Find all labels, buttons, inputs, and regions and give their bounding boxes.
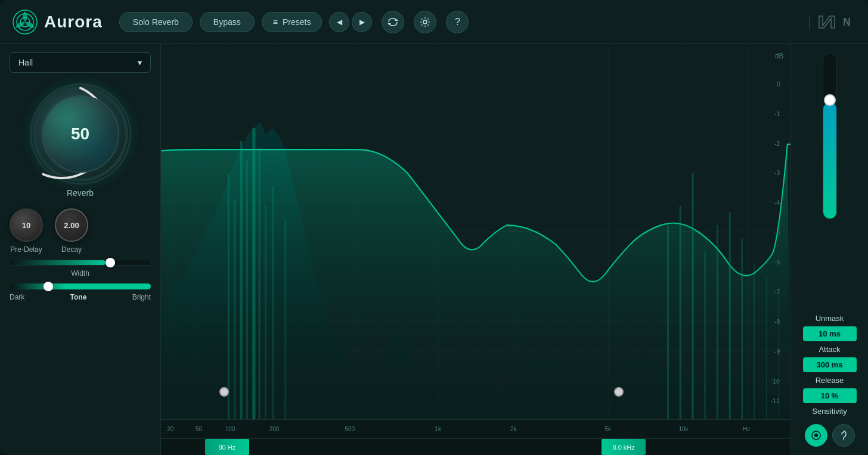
presets-label: Presets — [283, 17, 311, 27]
freq-2khz: 2k — [510, 426, 517, 432]
reverb-knob-container: 50 Reverb — [10, 83, 151, 198]
low-freq-band[interactable]: 80 Hz — [205, 439, 249, 455]
freq-1khz: 1k — [435, 426, 441, 432]
svg-rect-47 — [766, 277, 767, 419]
settings-button[interactable] — [414, 11, 436, 33]
tone-dark-label: Dark — [10, 293, 24, 301]
ni-logo-area: N — [809, 15, 856, 29]
svg-text:-4: -4 — [774, 199, 780, 206]
svg-rect-31 — [234, 200, 235, 419]
width-thumb[interactable] — [106, 258, 115, 267]
svg-rect-44 — [728, 212, 730, 419]
width-group: Width — [10, 260, 151, 278]
next-button[interactable]: ▶ — [352, 12, 372, 32]
left-panel: Hall ▾ 50 Reverb — [0, 44, 161, 455]
pre-delay-label: Pre-Delay — [10, 245, 42, 254]
sensitivity-value-button[interactable]: 10 % — [803, 388, 857, 403]
bypass-button[interactable]: Bypass — [200, 12, 255, 32]
decay-group: 2.00 Decay — [55, 208, 88, 254]
svg-rect-41 — [692, 173, 693, 419]
presets-button[interactable]: ≡ Presets — [262, 12, 323, 32]
freq-10khz: 10k — [678, 426, 688, 432]
help-button[interactable]: ? — [446, 11, 469, 33]
svg-text:-7: -7 — [774, 288, 780, 295]
svg-point-63 — [814, 434, 818, 437]
svg-text:-8: -8 — [774, 318, 780, 325]
spectrum-area: dB 0 -1 -2 -3 -4 -5 -6 -7 -8 -9 -10 -11 — [161, 44, 790, 419]
freq-200hz: 200 — [269, 426, 280, 432]
pre-delay-value: 10 — [22, 221, 30, 230]
attack-value-button[interactable]: 10 ms — [803, 326, 857, 341]
decay-value: 2.00 — [64, 221, 79, 230]
svg-text:dB: dB — [775, 52, 783, 60]
logo-area: Aurora — [12, 9, 103, 35]
volume-thumb[interactable] — [824, 94, 836, 106]
freq-100hz: 100 — [225, 426, 235, 432]
volume-slider-container — [823, 52, 837, 308]
width-label: Width — [10, 269, 151, 278]
width-slider[interactable] — [10, 260, 151, 266]
attack-label: Attack — [819, 345, 840, 354]
loop-icon — [387, 16, 399, 28]
loop-button[interactable] — [382, 11, 404, 33]
bottom-icons — [805, 424, 855, 447]
svg-rect-37 — [272, 186, 274, 419]
tone-bright-label: Bright — [132, 293, 151, 301]
low-freq-handle[interactable] — [219, 387, 229, 397]
high-freq-label: 8.0 kHz — [612, 444, 634, 451]
right-panel: Unmask 10 ms Attack 300 ms Release 10 % … — [790, 44, 868, 455]
svg-rect-32 — [240, 141, 243, 419]
decay-knob[interactable]: 2.00 — [55, 208, 88, 242]
monitor-icon — [811, 430, 822, 441]
high-freq-handle[interactable] — [614, 387, 624, 397]
svg-point-5 — [423, 20, 427, 24]
svg-rect-30 — [228, 173, 230, 419]
presets-icon: ≡ — [273, 17, 278, 27]
reverb-knob-inner: 50 — [42, 95, 119, 173]
reverb-value: 50 — [71, 124, 89, 144]
freq-hz-unit: Hz — [743, 426, 750, 432]
prev-button[interactable]: ◀ — [329, 12, 349, 32]
ear-icon — [838, 430, 849, 441]
tone-slider[interactable] — [10, 283, 151, 289]
ear-button[interactable] — [832, 424, 855, 447]
volume-fill — [823, 102, 836, 219]
svg-rect-45 — [741, 238, 743, 419]
high-freq-band[interactable]: 8.0 kHz — [602, 439, 646, 455]
svg-text:-6: -6 — [774, 258, 780, 266]
release-value-button[interactable]: 300 ms — [803, 357, 857, 372]
tone-thumb[interactable] — [44, 282, 53, 291]
svg-rect-42 — [704, 251, 706, 419]
reverb-knob[interactable]: 50 — [30, 83, 131, 185]
svg-rect-36 — [265, 206, 266, 419]
solo-reverb-button[interactable]: Solo Reverb — [119, 12, 193, 32]
monitor-button[interactable] — [805, 424, 827, 447]
ni-brand-icon — [818, 15, 836, 29]
unmask-label: Unmask — [816, 314, 844, 323]
question-icon: ? — [455, 17, 460, 27]
sensitivity-label: Sensitivity — [812, 407, 847, 416]
freq-20hz: 20 — [167, 426, 173, 432]
pre-delay-knob[interactable]: 10 — [10, 208, 43, 242]
release-label: Release — [816, 376, 844, 385]
pre-delay-group: 10 Pre-Delay — [10, 208, 43, 254]
logo-icon — [12, 9, 38, 35]
tone-labels: Dark Tone Bright — [10, 293, 151, 301]
ni-icon2: N — [842, 15, 856, 29]
svg-text:-11: -11 — [771, 397, 780, 404]
svg-text:-5: -5 — [774, 229, 780, 236]
svg-text:-9: -9 — [774, 348, 780, 355]
main-content: Hall ▾ 50 Reverb — [0, 44, 868, 455]
small-knobs-row: 10 Pre-Delay 2.00 Decay — [10, 208, 151, 254]
volume-slider[interactable] — [823, 52, 837, 219]
svg-rect-40 — [680, 206, 681, 419]
chevron-down-icon: ▾ — [138, 58, 142, 67]
svg-rect-46 — [754, 264, 755, 419]
app-container: Aurora Solo Reverb Bypass ≡ Presets ◀ ▶ — [0, 0, 868, 455]
svg-rect-33 — [246, 161, 248, 419]
svg-rect-38 — [284, 219, 286, 419]
reverb-label: Reverb — [67, 188, 94, 198]
center-panel: dB 0 -1 -2 -3 -4 -5 -6 -7 -8 -9 -10 -11 — [161, 44, 790, 455]
svg-text:N: N — [843, 16, 851, 28]
room-type-selector[interactable]: Hall ▾ — [10, 52, 151, 73]
